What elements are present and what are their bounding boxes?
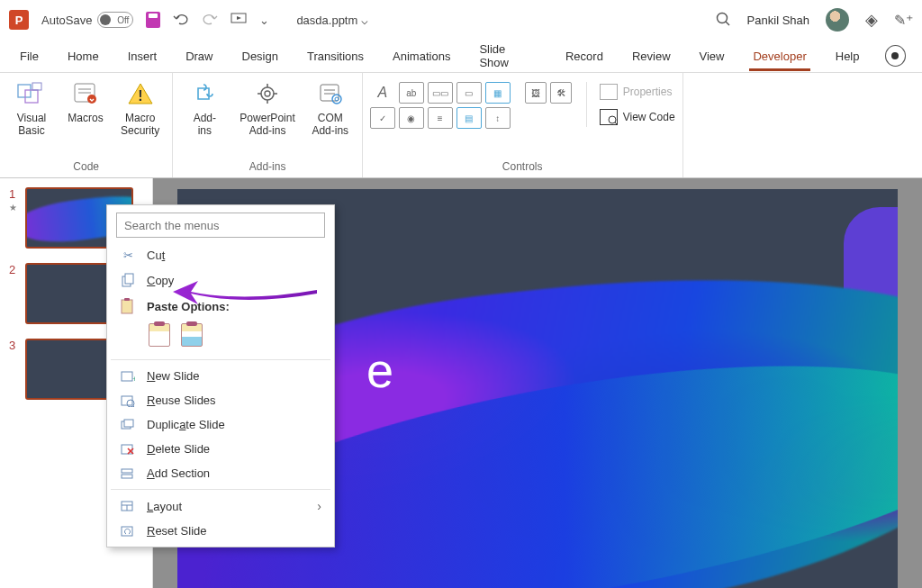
- ctx-duplicate-slide[interactable]: Duplicate Slide: [107, 412, 334, 437]
- save-icon[interactable]: [146, 12, 160, 28]
- tab-help[interactable]: Help: [832, 44, 863, 68]
- duplicate-slide-icon: [120, 419, 136, 431]
- svg-point-3: [891, 52, 899, 59]
- ctx-reuse-slides[interactable]: Reuse Slides: [107, 388, 334, 412]
- ribbon: VisualBasic Macros ! MacroSecurity Code …: [0, 72, 922, 178]
- tab-draw[interactable]: Draw: [182, 44, 216, 68]
- svg-point-12: [261, 87, 274, 100]
- tab-design[interactable]: Design: [239, 44, 282, 68]
- ctx-add-section[interactable]: Add Section: [107, 461, 334, 485]
- add-section-icon: [120, 467, 136, 480]
- redo-icon[interactable]: [202, 13, 218, 28]
- properties-icon: [600, 84, 618, 100]
- svg-point-32: [127, 400, 134, 407]
- tab-insert[interactable]: Insert: [124, 44, 161, 68]
- svg-rect-29: [122, 372, 132, 381]
- ctx-cut[interactable]: ✂ Cut: [107, 243, 334, 267]
- paste-picture-button[interactable]: [181, 323, 203, 347]
- svg-rect-6: [32, 83, 41, 90]
- powerpoint-addins-button[interactable]: PowerPointAdd-ins: [234, 77, 300, 140]
- ribbon-group-controls: A ab ▭▭ ▭ ▦ ✓ ◉ ≡ ▤ ↕ 🖼 🛠 Properties: [363, 73, 683, 177]
- ctx-paste-options-label: Paste Options:: [107, 293, 334, 320]
- ctx-layout[interactable]: Layout ›: [107, 493, 334, 519]
- undo-icon[interactable]: [173, 13, 189, 28]
- com-addins-button[interactable]: COMAdd-ins: [306, 77, 355, 140]
- svg-text:!: !: [138, 88, 142, 104]
- tab-animations[interactable]: Animations: [389, 44, 454, 68]
- svg-text:+: +: [132, 375, 135, 383]
- autosave-label: AutoSave: [41, 14, 92, 27]
- svg-point-10: [87, 95, 96, 104]
- svg-rect-40: [122, 475, 132, 478]
- controls-toolbox[interactable]: A ab ▭▭ ▭ ▦ ✓ ◉ ≡ ▤ ↕: [370, 82, 511, 129]
- thumbnail-number: 1: [9, 187, 20, 201]
- cameo-button[interactable]: [885, 45, 907, 67]
- warning-icon: !: [125, 78, 156, 109]
- slideshow-icon[interactable]: [230, 12, 247, 29]
- search-icon[interactable]: [715, 11, 731, 30]
- new-slide-icon: +: [120, 370, 136, 383]
- tab-developer[interactable]: Developer: [749, 44, 809, 71]
- view-code-icon: [600, 109, 618, 125]
- svg-line-33: [133, 406, 135, 407]
- thumbnail-number: 3: [9, 339, 20, 352]
- copy-icon: [120, 273, 136, 287]
- paste-keep-source-button[interactable]: [149, 323, 170, 347]
- user-name[interactable]: Pankil Shah: [747, 14, 809, 27]
- view-code-button[interactable]: View Code: [600, 107, 675, 127]
- ribbon-group-addins: Add-ins PowerPointAdd-ins COMAdd-ins Add…: [173, 73, 362, 177]
- designer-wand-icon[interactable]: ✎⁺: [894, 12, 913, 29]
- ribbon-group-code: VisualBasic Macros ! MacroSecurity Code: [0, 73, 173, 177]
- svg-line-2: [726, 22, 729, 25]
- svg-point-21: [332, 95, 341, 104]
- svg-point-22: [335, 97, 339, 101]
- chevron-down-icon: ⌵: [361, 14, 368, 27]
- tab-view[interactable]: View: [696, 44, 728, 68]
- tab-record[interactable]: Record: [562, 44, 607, 68]
- tab-transitions[interactable]: Transitions: [303, 44, 367, 68]
- slide-title-text: e: [366, 342, 393, 398]
- svg-rect-36: [122, 445, 132, 454]
- slide-context-menu: ✂ Cut Copy Paste Options: + New Slide Re…: [106, 204, 335, 547]
- reuse-slides-icon: [120, 394, 136, 407]
- ctx-new-slide[interactable]: + New Slide: [107, 364, 334, 388]
- macros-button[interactable]: Macros: [61, 77, 110, 126]
- visual-basic-button[interactable]: VisualBasic: [7, 77, 56, 140]
- paste-icon: [120, 298, 136, 314]
- svg-line-24: [615, 122, 617, 124]
- delete-slide-icon: [120, 443, 136, 456]
- tab-home[interactable]: Home: [64, 44, 103, 68]
- properties-button: Properties: [600, 82, 675, 102]
- user-avatar[interactable]: [826, 8, 849, 32]
- svg-rect-27: [122, 300, 132, 313]
- reset-slide-icon: [120, 525, 136, 538]
- ctx-delete-slide[interactable]: Delete Slide: [107, 437, 334, 461]
- qat-overflow-icon[interactable]: ⌄: [259, 14, 269, 27]
- svg-rect-28: [124, 298, 130, 301]
- gear-icon: [252, 78, 283, 109]
- tab-slide-show[interactable]: Slide Show: [475, 37, 540, 75]
- svg-rect-39: [122, 469, 132, 473]
- svg-rect-26: [125, 274, 133, 284]
- thumbnail-number: 2: [9, 263, 20, 276]
- chevron-right-icon: ›: [317, 499, 321, 513]
- cut-icon: ✂: [120, 249, 136, 262]
- ctx-reset-slide[interactable]: Reset Slide: [107, 519, 334, 543]
- macro-security-button[interactable]: ! MacroSecurity: [115, 77, 165, 140]
- svg-rect-5: [25, 90, 38, 103]
- title-bar: P AutoSave Off ⌄ dasda.pptm ⌵ Pankil Sha…: [0, 0, 922, 40]
- svg-point-23: [609, 116, 616, 123]
- animation-star-icon: ★: [9, 203, 20, 213]
- document-title[interactable]: dasda.pptm ⌵: [296, 14, 368, 27]
- premium-diamond-icon[interactable]: ◈: [865, 10, 878, 30]
- menu-search-input[interactable]: [116, 213, 325, 238]
- ribbon-tabs: File Home Insert Draw Design Transitions…: [0, 40, 922, 72]
- svg-point-1: [717, 13, 727, 23]
- macros-icon: [70, 78, 101, 109]
- addins-button[interactable]: Add-ins: [180, 77, 229, 140]
- tab-file[interactable]: File: [16, 44, 42, 68]
- tab-review[interactable]: Review: [628, 44, 674, 68]
- powerpoint-logo-icon: P: [9, 10, 29, 30]
- autosave-toggle[interactable]: Off: [97, 12, 133, 28]
- ctx-copy[interactable]: Copy: [107, 267, 334, 293]
